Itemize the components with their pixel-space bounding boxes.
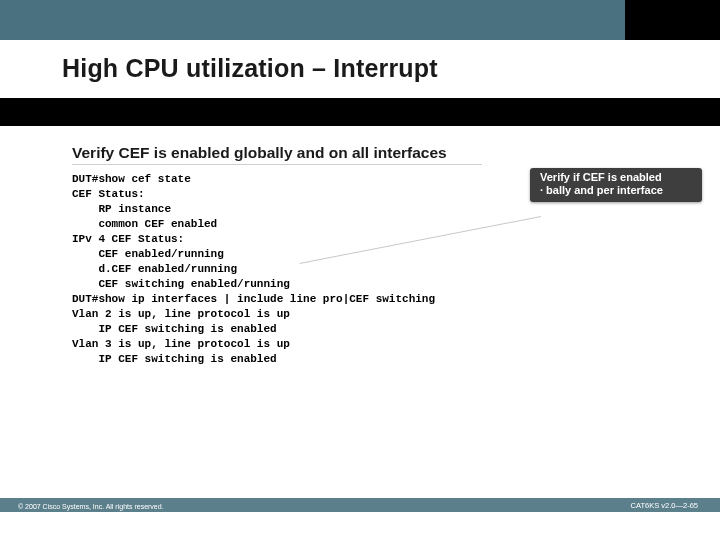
top-band bbox=[0, 0, 720, 40]
title-underline bbox=[0, 98, 720, 126]
slide-title: High CPU utilization – Interrupt bbox=[62, 54, 670, 83]
section-rule bbox=[72, 164, 482, 165]
cli-output: DUT#show cef state CEF Status: RP instan… bbox=[72, 172, 435, 367]
section-heading: Verify CEF is enabled globally and on al… bbox=[72, 144, 447, 162]
footer-slide-id: CAT6KS v2.0—2-65 bbox=[631, 501, 698, 510]
callout-box: Verify if CEF is enabled · bally and per… bbox=[530, 168, 702, 202]
footer-copyright: © 2007 Cisco Systems, Inc. All rights re… bbox=[18, 503, 164, 510]
callout-text-line2: · bally and per interface bbox=[540, 184, 692, 197]
callout-text-line1: Verify if CEF is enabled bbox=[540, 171, 692, 184]
slide: High CPU utilization – Interrupt Verify … bbox=[0, 0, 720, 540]
